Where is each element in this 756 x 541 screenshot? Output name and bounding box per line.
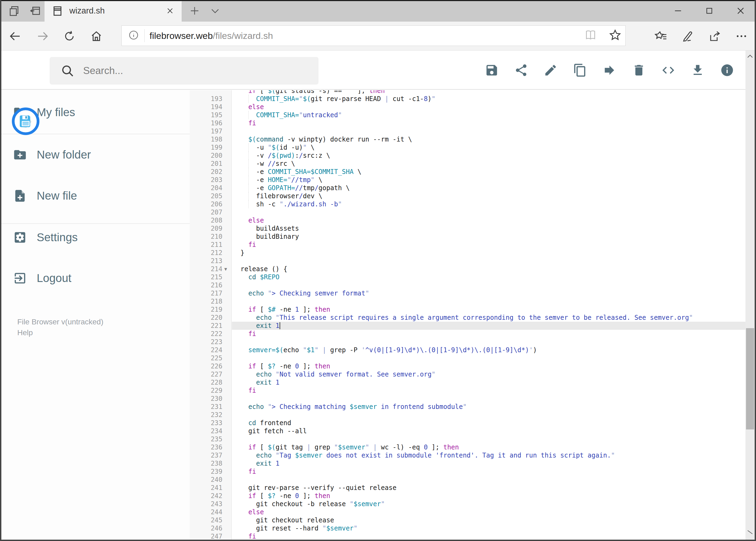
code-line[interactable]: 230 <box>190 395 746 403</box>
more-options-icon[interactable] <box>729 22 754 51</box>
code-line[interactable]: 228 exit 1 <box>190 378 746 386</box>
tabs-preview-icon[interactable] <box>26 0 45 22</box>
annotate-pen-icon[interactable] <box>675 22 700 51</box>
code-line[interactable]: 231 echo "> Checking matching $semver in… <box>190 403 746 411</box>
code-line[interactable]: 212} <box>190 249 746 257</box>
code-line[interactable]: 203 -e HOME="//tmp" \ <box>190 176 746 184</box>
code-line[interactable]: 199 -u "$(id -u)" \ <box>190 144 746 152</box>
code-line[interactable]: 241 git rev-parse --verify --quiet relea… <box>190 484 746 492</box>
code-line[interactable]: 200 -v /$(pwd):/src:z \ <box>190 152 746 160</box>
copy-button[interactable] <box>571 61 589 79</box>
share-page-icon[interactable] <box>703 22 727 51</box>
code-line[interactable]: 204 -e GOPATH=//tmp/gopath \ <box>190 184 746 192</box>
delete-button[interactable] <box>630 61 648 79</box>
download-button[interactable] <box>689 61 707 79</box>
code-line[interactable]: 233 cd frontend <box>190 419 746 427</box>
code-editor[interactable]: if [ $(git status -s) == "" ]; then193 C… <box>190 90 746 540</box>
window-close-button[interactable] <box>726 0 755 22</box>
code-line[interactable]: 218 <box>190 297 746 305</box>
window-maximize-button[interactable] <box>694 0 724 22</box>
code-line[interactable]: 227 echo "Not valid semver format. See s… <box>190 370 746 378</box>
new-tab-button[interactable] <box>185 0 204 22</box>
save-button[interactable] <box>483 61 501 79</box>
raw-code-button[interactable] <box>659 61 677 79</box>
code-line[interactable]: 196 fi <box>190 119 746 127</box>
home-icon[interactable] <box>84 22 109 51</box>
code-line[interactable]: 221 exit 1 <box>190 322 746 330</box>
filebrowser-logo[interactable] <box>12 108 39 135</box>
code-line[interactable]: if [ $(git status -s) == "" ]; then <box>190 90 746 95</box>
code-line[interactable]: 213 <box>190 257 746 265</box>
search-box[interactable] <box>50 57 319 85</box>
info-button[interactable] <box>718 61 736 79</box>
code-line[interactable]: 223 <box>190 338 746 346</box>
code-line[interactable]: 209 buildAssets <box>190 225 746 233</box>
code-line[interactable]: 208 else <box>190 216 746 225</box>
code-line[interactable]: 206 sh -c "./wizard.sh -b" <box>190 200 746 208</box>
address-bar[interactable]: filebrowser.web/files/wizard.sh <box>122 25 626 46</box>
code-line[interactable]: 226 if [ $? -ne 0 ]; then <box>190 362 746 370</box>
code-line[interactable]: 215 cd $REPO <box>190 273 746 281</box>
refresh-icon[interactable] <box>57 22 82 51</box>
tab-close-icon[interactable] <box>165 6 175 15</box>
code-line[interactable]: 201 -w //src \ <box>190 160 746 168</box>
browser-tab[interactable]: wizard.sh <box>45 0 182 22</box>
back-icon[interactable] <box>3 22 28 51</box>
code-line[interactable]: 197 <box>190 127 746 135</box>
code-line[interactable]: 244 else <box>190 508 746 516</box>
scroll-down-icon[interactable] <box>745 528 755 540</box>
sidebar-item-new-file[interactable]: New file <box>0 184 190 208</box>
code-line[interactable]: 242 if [ $? -ne 0 ]; then <box>190 492 746 500</box>
code-line[interactable]: 202 -e COMMIT_SHA=$COMMIT_SHA \ <box>190 168 746 176</box>
code-line[interactable]: 232 <box>190 411 746 419</box>
code-line[interactable]: 195 COMMIT_SHA="untracked" <box>190 111 746 119</box>
window-minimize-button[interactable] <box>663 0 693 22</box>
code-line[interactable]: 237 echo "Tag $semver does not exist in … <box>190 451 746 459</box>
sidebar-item-new-folder[interactable]: New folder <box>0 143 190 167</box>
search-input[interactable] <box>83 65 299 77</box>
share-button[interactable] <box>512 61 530 79</box>
code-line[interactable]: 210 buildBinary <box>190 233 746 241</box>
fold-arrow-icon[interactable]: ▼ <box>224 265 227 273</box>
code-line[interactable]: 240 <box>190 476 746 484</box>
scroll-up-icon[interactable] <box>745 51 755 62</box>
code-line[interactable]: 245 git checkout release <box>190 516 746 524</box>
code-line[interactable]: 222 fi <box>190 330 746 338</box>
code-line[interactable]: 217 echo "> Checking semver format" <box>190 289 746 297</box>
code-line[interactable]: 236 if [ $(git tag | grep "$semver" | wc… <box>190 443 746 451</box>
scrollbar-thumb[interactable] <box>746 328 754 429</box>
code-line[interactable]: 194 else <box>190 103 746 111</box>
code-line[interactable]: 207 <box>190 208 746 216</box>
code-line[interactable]: 198 $(command -v winpty) docker run --rm… <box>190 135 746 144</box>
add-favorite-star-icon[interactable] <box>609 29 622 43</box>
favorites-hub-icon[interactable] <box>649 22 673 51</box>
code-line[interactable]: 219 if [ $# -ne 1 ]; then <box>190 305 746 313</box>
code-line[interactable]: 235 <box>190 435 746 443</box>
code-line[interactable]: 238 exit 1 <box>190 459 746 467</box>
code-line[interactable]: 243 git checkout -b release "$semver" <box>190 500 746 508</box>
tab-list-chevron-icon[interactable] <box>206 0 225 22</box>
code-line[interactable]: 224 semver=$(echo "$1" | grep -P '^v(0|[… <box>190 346 746 354</box>
code-line[interactable]: 225 <box>190 354 746 362</box>
code-line[interactable]: 247 fi <box>190 532 746 540</box>
forward-icon[interactable] <box>30 22 55 51</box>
code-line[interactable]: 229 fi <box>190 386 746 395</box>
help-link[interactable]: Help <box>17 328 33 337</box>
move-button[interactable] <box>601 61 619 79</box>
code-line[interactable]: 193 COMMIT_SHA="$(git rev-parse HEAD | c… <box>190 95 746 103</box>
set-tabs-aside-icon[interactable] <box>5 0 24 22</box>
line-number: 206 <box>190 200 222 208</box>
sidebar-item-settings[interactable]: Settings <box>0 226 190 249</box>
page-scrollbar[interactable] <box>745 51 755 540</box>
code-line[interactable]: 214▼release () { <box>190 265 746 273</box>
sidebar-item-logout[interactable]: Logout <box>0 266 190 290</box>
code-line[interactable]: 239 fi <box>190 467 746 476</box>
code-line[interactable]: 246 git reset --hard "$semver" <box>190 524 746 532</box>
code-line[interactable]: 234 git fetch --all <box>190 427 746 435</box>
code-line[interactable]: 216 <box>190 281 746 289</box>
edit-button[interactable] <box>542 61 560 79</box>
code-line[interactable]: 220 echo "This release script requires a… <box>190 313 746 322</box>
code-line[interactable]: 205 filebrowser/dev \ <box>190 192 746 200</box>
code-line[interactable]: 211 fi <box>190 241 746 249</box>
site-info-icon[interactable] <box>128 30 139 42</box>
